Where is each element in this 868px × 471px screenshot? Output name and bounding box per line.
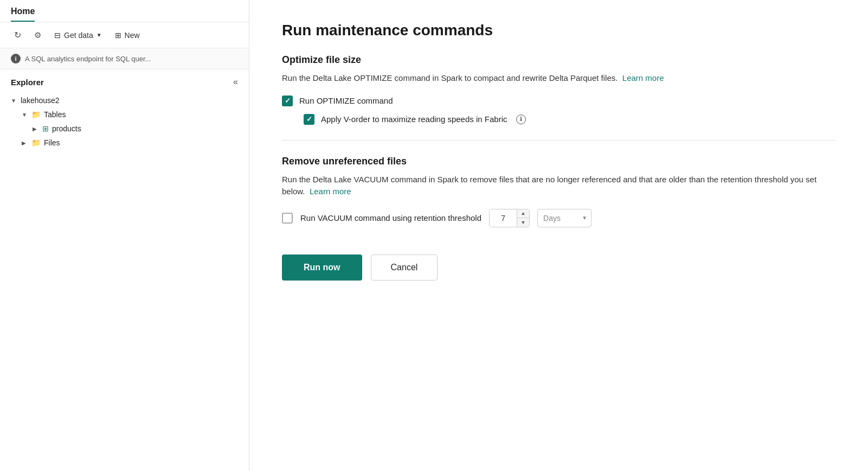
- optimize-checkbox[interactable]: ✓: [282, 96, 293, 106]
- vacuum-learn-more-link[interactable]: Learn more: [310, 187, 351, 196]
- explorer-title: Explorer: [11, 78, 44, 87]
- retention-increment-button[interactable]: ▲: [517, 209, 529, 218]
- vacuum-checkbox-label: Run VACUUM command using retention thres…: [300, 213, 481, 222]
- run-now-button[interactable]: Run now: [282, 254, 362, 281]
- retention-decrement-button[interactable]: ▼: [517, 218, 529, 227]
- tree-item-tables[interactable]: 📁 Tables: [0, 107, 249, 122]
- files-label: Files: [44, 138, 60, 147]
- optimize-description: Run the Delta Lake OPTIMIZE command in S…: [282, 72, 835, 85]
- settings-button[interactable]: [31, 28, 44, 42]
- retention-unit-select[interactable]: Days Hours: [537, 209, 591, 227]
- get-data-chevron-icon: ▼: [97, 32, 102, 38]
- modal-title: Run maintenance commands: [282, 22, 835, 39]
- left-panel: Home ⊟ Get data ▼ ⊞ New i A SQL analytic…: [0, 0, 249, 471]
- file-tree: lakehouse2 📁 Tables ⊞ products 📁 Files: [0, 91, 249, 471]
- vorder-checkmark: ✓: [306, 116, 312, 123]
- top-bar: Home: [0, 0, 249, 22]
- collapse-button[interactable]: «: [233, 77, 238, 87]
- toolbar: ⊟ Get data ▼ ⊞ New: [0, 22, 249, 48]
- info-bar-text: A SQL analytics endpoint for SQL quer...: [25, 55, 151, 63]
- tree-item-products[interactable]: ⊞ products: [0, 122, 249, 136]
- new-label: New: [125, 31, 140, 40]
- retention-number-input[interactable]: [490, 209, 517, 227]
- optimize-learn-more-link[interactable]: Learn more: [622, 73, 664, 82]
- tree-item-lakehouse2[interactable]: lakehouse2: [0, 93, 249, 107]
- folder-tables-icon: 📁: [31, 110, 41, 119]
- get-data-button[interactable]: ⊟ Get data ▼: [51, 29, 105, 42]
- chevron-lakehouse2-icon: [11, 98, 17, 104]
- gear-icon: [34, 30, 41, 40]
- tables-label: Tables: [44, 110, 66, 119]
- action-row: Run now Cancel: [282, 254, 835, 281]
- chevron-tables-icon: [22, 112, 28, 118]
- optimize-section-title: Optimize file size: [282, 54, 835, 66]
- home-tab[interactable]: Home: [11, 7, 35, 22]
- section-divider: [282, 140, 835, 141]
- retention-unit-wrapper: Days Hours: [537, 209, 591, 227]
- info-bar: i A SQL analytics endpoint for SQL quer.…: [0, 48, 249, 69]
- vorder-info-icon[interactable]: ℹ: [516, 114, 526, 124]
- new-button[interactable]: ⊞ New: [112, 29, 143, 42]
- chevron-products-icon: [33, 126, 39, 132]
- vacuum-description: Run the Delta Lake VACUUM command in Spa…: [282, 174, 835, 198]
- optimize-checkbox-label: Run OPTIMIZE command: [299, 96, 393, 105]
- optimize-checkmark: ✓: [285, 97, 291, 104]
- lakehouse2-label: lakehouse2: [21, 96, 60, 105]
- folder-files-icon: 📁: [31, 138, 41, 147]
- vacuum-section-title: Remove unreferenced files: [282, 156, 835, 167]
- products-label: products: [52, 124, 81, 133]
- retention-spinner: ▲ ▼: [517, 209, 529, 227]
- info-bar-icon: i: [11, 54, 21, 63]
- vorder-checkbox[interactable]: ✓: [304, 114, 314, 125]
- retention-number-input-group: ▲ ▼: [489, 209, 530, 227]
- get-data-icon: ⊟: [54, 31, 61, 40]
- cancel-button[interactable]: Cancel: [371, 254, 438, 281]
- get-data-label: Get data: [64, 31, 93, 40]
- vacuum-row: Run VACUUM command using retention thres…: [282, 209, 835, 227]
- new-icon: ⊞: [115, 31, 121, 40]
- table-products-icon: ⊞: [42, 124, 49, 133]
- vacuum-checkbox[interactable]: [282, 213, 293, 224]
- refresh-button[interactable]: [11, 28, 24, 42]
- modal-panel: Run maintenance commands Optimize file s…: [249, 0, 868, 471]
- explorer-header: Explorer «: [0, 69, 249, 91]
- optimize-checkbox-row: ✓ Run OPTIMIZE command: [282, 96, 835, 106]
- tree-item-files[interactable]: 📁 Files: [0, 136, 249, 150]
- vorder-checkbox-row: ✓ Apply V-order to maximize reading spee…: [304, 114, 835, 125]
- vorder-checkbox-label: Apply V-order to maximize reading speeds…: [321, 114, 507, 124]
- refresh-icon: [14, 30, 21, 40]
- chevron-files-icon: [22, 140, 28, 146]
